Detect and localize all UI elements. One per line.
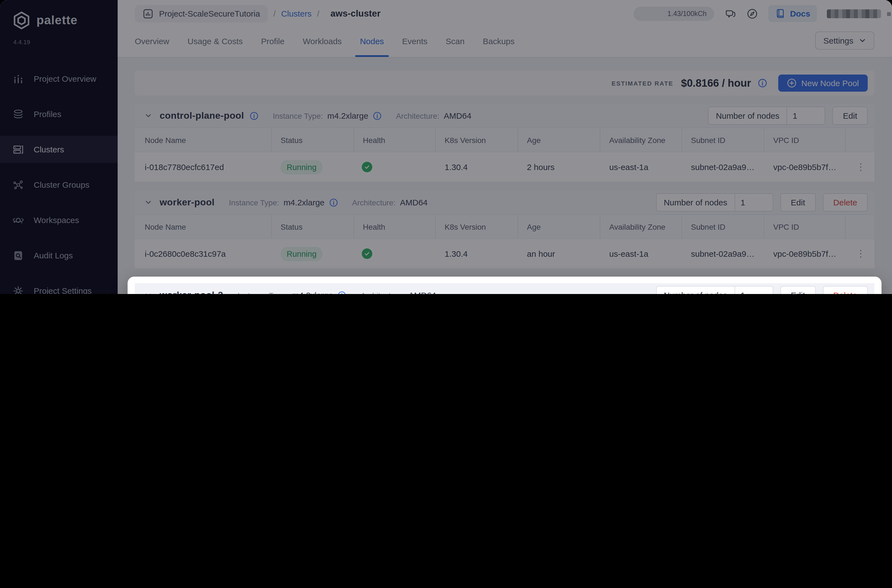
spotlight-panel: worker-pool-2 Instance Type: m4.2xlarge …: [128, 277, 881, 294]
pool-header: worker-pool-2 Instance Type: m4.2xlarge …: [135, 283, 874, 294]
architecture-label: Architecture:: [361, 291, 404, 294]
app-window: palette 4.4.19 Project Overview Profiles…: [0, 0, 892, 294]
edit-pool-button[interactable]: Edit: [781, 286, 816, 294]
delete-pool-button[interactable]: Delete: [823, 286, 868, 294]
number-of-nodes-control: Number of nodes 1: [656, 286, 773, 294]
instance-type-info-icon[interactable]: [338, 291, 346, 294]
instance-type-label: Instance Type:: [237, 291, 288, 294]
number-of-nodes-label: Number of nodes: [656, 286, 735, 294]
architecture-value: AMD64: [408, 290, 436, 294]
pool-name: worker-pool-2: [160, 290, 223, 294]
pool-section-worker-pool-2: worker-pool-2 Instance Type: m4.2xlarge …: [135, 283, 874, 294]
pool-actions: Number of nodes 1 Edit Delete: [656, 286, 868, 294]
instance-type-value: m4.2xlarge: [292, 290, 333, 294]
chevron-down-icon[interactable]: [145, 291, 152, 294]
number-of-nodes-input[interactable]: 1: [735, 286, 773, 294]
dim-overlay: [0, 0, 892, 294]
